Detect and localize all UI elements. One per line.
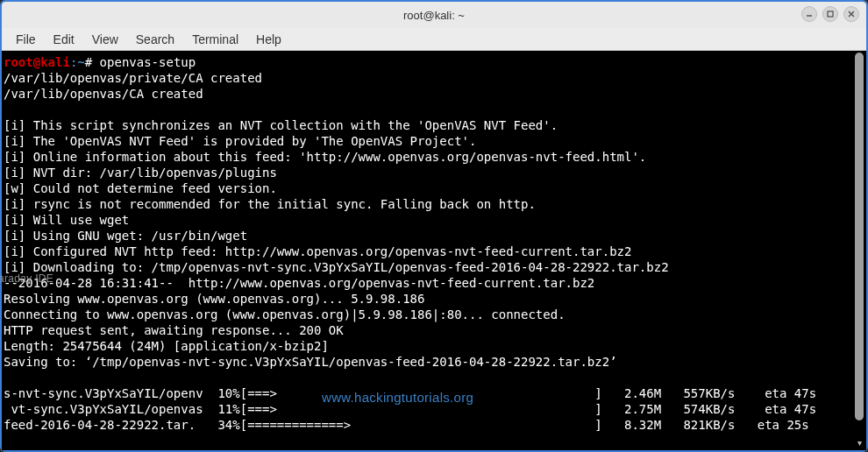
window-controls (801, 6, 859, 22)
menu-edit[interactable]: Edit (45, 30, 83, 49)
titlebar: root@kali: ~ (2, 2, 866, 28)
maximize-icon (827, 11, 834, 18)
prompt-hash: # (85, 55, 100, 69)
svg-rect-1 (828, 11, 833, 17)
maximize-button[interactable] (822, 6, 838, 22)
close-button[interactable] (843, 6, 859, 22)
scroll-down-icon[interactable]: ▾ (855, 438, 864, 448)
prompt-user: root (4, 55, 33, 69)
output-line: feed-2016-04-28-22922.tar. 34%[=========… (4, 418, 809, 432)
close-icon (848, 11, 855, 18)
output-line: [i] Using GNU wget: /usr/bin/wget (4, 229, 247, 243)
output-line: Resolving www.openvas.org (www.openvas.o… (4, 292, 424, 306)
menubar: File Edit View Search Terminal Help (2, 28, 866, 51)
output-line: [i] Downloading to: /tmp/openvas-nvt-syn… (4, 260, 669, 274)
output-line: HTTP request sent, awaiting response... … (4, 323, 344, 337)
window-title: root@kali: ~ (403, 9, 465, 22)
prompt-host: kali (40, 55, 70, 69)
prompt-path: ~ (77, 55, 84, 69)
menu-help[interactable]: Help (247, 30, 290, 49)
menu-search[interactable]: Search (127, 30, 183, 49)
scrollbar-thumb[interactable] (855, 53, 864, 420)
scrollbar[interactable]: ▴ ▾ (854, 53, 864, 447)
menu-terminal[interactable]: Terminal (183, 30, 247, 49)
output-line: [i] NVT dir: /var/lib/openvas/plugins (4, 166, 277, 180)
watermark-faraday: araday IDE (0, 272, 53, 285)
command-text: openvas-setup (100, 55, 196, 69)
output-line: [i] The 'OpenVAS NVT Feed' is provided b… (4, 134, 476, 148)
terminal-content: root@kali:~# openvas-setup /var/lib/open… (4, 54, 864, 433)
output-line: [i] Configured NVT http feed: http://www… (4, 244, 631, 258)
output-line: [i] rsync is not recommended for the ini… (4, 197, 536, 211)
output-line: /var/lib/openvas/private/CA created (4, 71, 262, 85)
minimize-icon (806, 11, 813, 18)
terminal-window: root@kali: ~ File Edit View Search Termi… (0, 0, 868, 452)
prompt-at: @ (33, 55, 40, 69)
output-line: Length: 25475644 (24M) [application/x-bz… (4, 339, 329, 353)
menu-view[interactable]: View (83, 30, 127, 49)
output-line: [i] Online information about this feed: … (4, 150, 646, 164)
menu-file[interactable]: File (7, 30, 45, 49)
minimize-button[interactable] (801, 6, 817, 22)
output-line: Connecting to www.openvas.org (www.openv… (4, 307, 566, 321)
output-line: --2016-04-28 16:31:41-- http://www.openv… (4, 276, 594, 290)
watermark-url: www.hackingtutorials.org (322, 390, 473, 405)
output-line: /var/lib/openvas/CA created (4, 87, 203, 101)
output-line: Saving to: ‘/tmp/openvas-nvt-sync.V3pYxS… (4, 355, 617, 369)
output-line: [i] Will use wget (4, 213, 129, 227)
output-line: [w] Could not determine feed version. (4, 181, 277, 195)
output-line: [i] This script synchronizes an NVT coll… (4, 118, 558, 132)
